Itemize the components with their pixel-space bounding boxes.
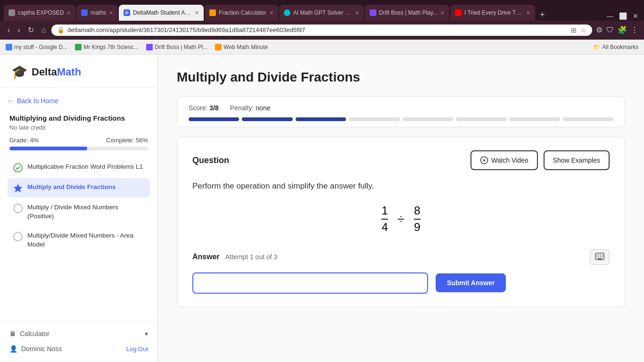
fraction-2-line: [414, 219, 420, 220]
grade-row: Grade: 4% Complete: 56%: [8, 137, 150, 144]
tab-label-maths: maths: [91, 9, 106, 16]
tab-favicon-fraction: [209, 9, 216, 16]
bookmark-webmath[interactable]: Web Math Minute: [215, 44, 268, 50]
submit-answer-button[interactable]: Submit Answer: [436, 273, 506, 292]
user-left: 👤 Dominic Noss: [9, 345, 62, 353]
tab-fraction[interactable]: Fraction Calculator ✕: [205, 5, 278, 21]
logout-button[interactable]: Log Out: [126, 346, 148, 353]
nav-label-word-problems: Multiplicative Fraction Word Problems L1: [27, 163, 143, 172]
tab-captha[interactable]: captha EXPOSED ✕: [4, 5, 75, 21]
progress-segment-1: [242, 117, 292, 121]
tab-youtube[interactable]: I Tried Every Drive Thr... ✕: [450, 5, 535, 21]
url-bar[interactable]: 🔒 deltamath.com/app/student/3617301/2413…: [51, 25, 592, 36]
penalty-value: none: [256, 104, 270, 112]
progress-segments: [189, 117, 613, 127]
nav-item-mixed-area[interactable]: Multiply/Divide Mixed Numbers - Area Mod…: [8, 227, 150, 254]
complete-value: 56%: [136, 137, 148, 144]
browser-chrome: captha EXPOSED ✕ maths ✕ D DeltaMath Stu…: [0, 0, 644, 55]
calculator-chevron: ▾: [145, 330, 148, 337]
tab-close-drift[interactable]: ✕: [440, 10, 445, 16]
tab-deltamath[interactable]: D DeltaMath Student App... ✕: [119, 5, 204, 21]
tab-close-maths[interactable]: ✕: [109, 10, 113, 16]
sidebar-logo: 🎓 DeltaMath: [0, 55, 157, 88]
bookmark-my-stuff[interactable]: my stuff - Google D...: [6, 44, 67, 50]
logo-icon: 🎓: [11, 64, 28, 80]
bookmark-drift[interactable]: Drift Boss | Math Pl...: [146, 44, 207, 50]
tab-close-deltamath[interactable]: ✕: [195, 10, 199, 16]
nav-item-multiply-divide[interactable]: Multiply and Divide Fractions: [8, 178, 150, 197]
fraction-2-numerator: 8: [414, 204, 420, 218]
nav-item-word-problems[interactable]: Multiplicative Fraction Word Problems L1: [8, 158, 150, 177]
reload-button[interactable]: ↻: [26, 25, 36, 35]
score-panel: Score: 3/8 Penalty: none: [177, 96, 625, 127]
score-value: 3/8: [209, 104, 218, 112]
menu-icon[interactable]: ⋮: [631, 25, 638, 34]
sidebar-progress-fill: [9, 147, 87, 150]
tab-maths[interactable]: maths ✕: [76, 5, 118, 21]
svg-rect-15: [597, 258, 602, 259]
answer-row: Answer Attempt 1 out of 3: [192, 249, 610, 265]
back-nav-button[interactable]: ‹: [6, 25, 12, 35]
svg-rect-13: [600, 256, 601, 257]
nav-label-multiply-divide: Multiply and Divide Fractions: [27, 183, 116, 192]
no-late-credit: No late credit: [8, 124, 150, 131]
bookmark-favicon-webmath: [215, 44, 222, 50]
fraction-2-denominator: 9: [414, 221, 420, 234]
math-expression: 1 4 ÷ 8 9: [192, 204, 610, 234]
star-bookmark-icon[interactable]: ☆: [580, 26, 586, 34]
progress-segment-5: [456, 117, 506, 121]
complete-label: Complete: 56%: [106, 137, 148, 144]
tab-favicon-youtube: [455, 9, 462, 16]
keyboard-toggle-button[interactable]: [590, 249, 610, 265]
show-examples-button[interactable]: Show Examples: [544, 150, 610, 170]
answer-input[interactable]: [192, 272, 428, 294]
circle-nav-icon-1: [13, 204, 23, 213]
calculator-label: Calculator: [20, 330, 50, 337]
user-row: 👤 Dominic Noss Log Out: [8, 341, 150, 356]
forward-nav-button[interactable]: ›: [16, 25, 22, 35]
tab-aimath[interactable]: AI Math GPT Solver P... ✕: [279, 5, 364, 21]
svg-rect-11: [596, 256, 597, 257]
adblock-icon[interactable]: 🛡: [606, 26, 614, 34]
question-card: Question Watch Video Show Examples Perfo…: [177, 137, 625, 307]
nav-label-mixed-area: Multiply/Divide Mixed Numbers - Area Mod…: [27, 231, 144, 249]
window-controls: — ⬜ ✕: [605, 11, 644, 21]
assignment-title: Multiplying and Dividing Fractions: [8, 114, 150, 122]
bookmark-label-mr-kings: Mr Kings 7th Scienc...: [83, 44, 139, 50]
penalty-section: Penalty: none: [230, 104, 271, 112]
sidebar-progress-bar: [9, 147, 148, 150]
bookmark-favicon-drift: [146, 44, 153, 50]
tab-bar: captha EXPOSED ✕ maths ✕ D DeltaMath Stu…: [0, 0, 644, 21]
tab-label-captha: captha EXPOSED: [18, 9, 64, 16]
logo-text: DeltaMath: [32, 66, 81, 78]
user-name: Dominic Noss: [21, 345, 62, 353]
tab-close-aimath[interactable]: ✕: [355, 10, 359, 16]
tab-close-captha[interactable]: ✕: [66, 10, 71, 16]
tab-close-youtube[interactable]: ✕: [526, 10, 530, 16]
extensions-icon[interactable]: ⚙: [596, 25, 603, 34]
bookmark-mr-kings[interactable]: Mr Kings 7th Scienc...: [75, 44, 139, 50]
new-tab-button[interactable]: +: [536, 9, 549, 21]
home-button[interactable]: ⌂: [40, 25, 48, 35]
main-content: Multiply and Divide Fractions Score: 3/8…: [158, 55, 644, 362]
nav-item-mixed-positive[interactable]: Multiply / Divide Mixed Numbers (Positiv…: [8, 198, 150, 226]
question-label: Question: [192, 156, 229, 165]
all-bookmarks[interactable]: 📁 All Bookmarks: [593, 44, 638, 50]
star-nav-icon: [13, 183, 23, 193]
back-arrow-icon: ←: [8, 97, 14, 105]
check-icon: [13, 163, 23, 173]
maximize-button[interactable]: ⬜: [617, 11, 629, 21]
keyboard-btn-wrapper: [590, 249, 610, 265]
close-window-button[interactable]: ✕: [631, 11, 640, 21]
svg-point-2: [14, 204, 22, 213]
tab-close-fraction[interactable]: ✕: [269, 10, 273, 16]
score-label: Score: 3/8: [189, 104, 219, 112]
tab-drift[interactable]: Drift Boss | Math Play... ✕: [365, 5, 449, 21]
puzzle-icon[interactable]: 🧩: [618, 25, 627, 34]
minimize-button[interactable]: —: [605, 11, 615, 21]
back-to-home-link[interactable]: ← Back to Home: [8, 97, 150, 105]
translate-icon[interactable]: ⊞: [571, 26, 577, 34]
watch-video-button[interactable]: Watch Video: [471, 150, 538, 170]
sidebar-footer: 🖩 Calculator ▾ 👤 Dominic Noss Log Out: [0, 320, 157, 362]
calculator-row[interactable]: 🖩 Calculator ▾: [8, 326, 150, 341]
